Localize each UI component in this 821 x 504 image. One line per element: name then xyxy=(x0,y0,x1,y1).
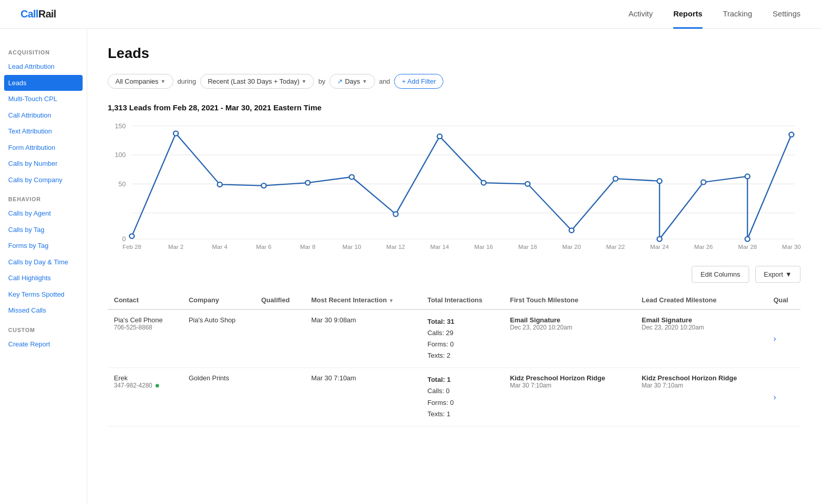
date-range-chevron: ▼ xyxy=(301,79,306,84)
contact-cell: Pia's Cell Phone 706-525-8868 xyxy=(108,309,183,368)
edit-columns-button[interactable]: Edit Columns xyxy=(692,266,749,283)
svg-point-11 xyxy=(218,182,222,187)
forms-label: Forms: 0 xyxy=(427,399,454,406)
export-button[interactable]: Export ▼ xyxy=(755,266,800,283)
sidebar-item-multi-touch-cpl[interactable]: Multi-Touch CPL xyxy=(0,91,87,107)
group-by-icon: ↗ xyxy=(337,77,343,85)
during-text: during xyxy=(178,77,196,85)
svg-text:Mar 8: Mar 8 xyxy=(300,244,316,250)
col-qualified: Qualified xyxy=(255,291,305,309)
lead-created-cell: Email Signature Dec 23, 2020 10:20am xyxy=(635,309,767,368)
chart-title: 1,313 Leads from Feb 28, 2021 - Mar 30, … xyxy=(108,103,800,112)
svg-point-17 xyxy=(481,181,486,185)
company-cell: Golden Prints xyxy=(183,368,255,426)
logo-rail: Rail xyxy=(38,8,56,20)
date-range-filter[interactable]: Recent (Last 30 Days + Today) ▼ xyxy=(200,74,315,89)
most-recent-cell: Mar 30 7:10am xyxy=(305,368,421,426)
table-actions: Edit Columns Export ▼ xyxy=(108,266,800,283)
sidebar-item-leads[interactable]: Leads xyxy=(4,75,83,91)
sidebar-section-behavior: BEHAVIOR xyxy=(0,188,87,205)
sidebar-section-custom: CUSTOM xyxy=(0,319,87,336)
row-expand-arrow[interactable]: › xyxy=(773,393,776,401)
first-touch-date: Mar 30 7:10am xyxy=(510,382,630,389)
contact-name: Pia's Cell Phone xyxy=(114,316,177,324)
logo: CallRail xyxy=(21,8,56,20)
qualified-cell xyxy=(255,309,305,368)
svg-text:Mar 12: Mar 12 xyxy=(386,244,405,250)
svg-text:Mar 6: Mar 6 xyxy=(256,244,271,250)
row-arrow-cell[interactable]: › xyxy=(767,368,800,426)
nav-settings[interactable]: Settings xyxy=(773,0,800,29)
sidebar-item-calls-by-day-time[interactable]: Calls by Day & Time xyxy=(0,254,87,270)
sidebar-item-calls-by-number[interactable]: Calls by Number xyxy=(0,156,87,172)
svg-text:Mar 20: Mar 20 xyxy=(562,244,581,250)
total-interactions-cell: Total: 31 Calls: 29 Forms: 0 Texts: 2 xyxy=(421,309,504,368)
svg-point-20 xyxy=(613,177,618,181)
svg-text:Mar 24: Mar 24 xyxy=(650,244,669,250)
svg-text:Mar 26: Mar 26 xyxy=(694,244,713,250)
svg-point-19 xyxy=(569,228,574,232)
most-recent-cell: Mar 30 9:08am xyxy=(305,309,421,368)
table-header-row: Contact Company Qualified Most Recent In… xyxy=(108,291,800,309)
sidebar-item-calls-by-company[interactable]: Calls by Company xyxy=(0,172,87,188)
col-contact: Contact xyxy=(108,291,183,309)
sidebar-item-form-attribution[interactable]: Form Attribution xyxy=(0,140,87,156)
svg-text:Mar 22: Mar 22 xyxy=(606,244,625,250)
interaction-detail: Total: 1 Calls: 0 Forms: 0 Texts: 1 xyxy=(427,374,498,419)
table-row: Erek 347-982-4280 Golden Prints Mar 30 7… xyxy=(108,368,800,426)
col-first-touch: First Touch Milestone xyxy=(504,291,636,309)
svg-point-16 xyxy=(437,134,442,139)
sidebar: ACQUISITION Lead Attribution Leads Multi… xyxy=(0,29,87,504)
export-label: Export xyxy=(764,270,784,278)
sidebar-item-calls-by-tag[interactable]: Calls by Tag xyxy=(0,222,87,238)
add-filter-button[interactable]: + Add Filter xyxy=(394,74,443,89)
sort-icon: ▼ xyxy=(388,298,394,303)
group-by-label: Days xyxy=(345,77,360,85)
nav-tracking[interactable]: Tracking xyxy=(723,0,752,29)
nav-activity[interactable]: Activity xyxy=(629,0,653,29)
svg-text:Mar 28: Mar 28 xyxy=(738,244,757,250)
svg-text:Mar 14: Mar 14 xyxy=(431,244,449,250)
total-label: Total: 1 xyxy=(427,376,451,383)
calls-label: Calls: 0 xyxy=(427,387,449,395)
sidebar-item-calls-by-agent[interactable]: Calls by Agent xyxy=(0,205,87,222)
lead-created-name: Email Signature xyxy=(641,316,761,324)
svg-point-22 xyxy=(657,237,662,241)
svg-point-18 xyxy=(525,182,530,186)
chart-container: 150 100 50 0 xyxy=(108,120,800,254)
svg-point-9 xyxy=(129,234,134,239)
sidebar-item-forms-by-tag[interactable]: Forms by Tag xyxy=(0,238,87,254)
sidebar-item-call-attribution[interactable]: Call Attribution xyxy=(0,107,87,124)
contact-phone: 347-982-4280 xyxy=(114,382,177,389)
first-touch-name: Email Signature xyxy=(510,316,630,324)
row-expand-arrow[interactable]: › xyxy=(773,334,776,343)
sidebar-item-text-attribution[interactable]: Text Attribution xyxy=(0,123,87,140)
svg-text:Mar 18: Mar 18 xyxy=(518,244,537,250)
sidebar-item-create-report[interactable]: Create Report xyxy=(0,336,87,353)
lead-created-name: Kidz Preschool Horizon Ridge xyxy=(641,374,761,382)
sidebar-item-lead-attribution[interactable]: Lead Attribution xyxy=(0,59,87,75)
company-filter[interactable]: All Companies ▼ xyxy=(108,74,173,89)
lead-created-cell: Kidz Preschool Horizon Ridge Mar 30 7:10… xyxy=(635,368,767,426)
row-arrow-cell[interactable]: › xyxy=(767,309,800,368)
svg-point-13 xyxy=(305,181,310,185)
online-indicator xyxy=(155,384,159,387)
sidebar-item-key-terms[interactable]: Key Terms Spotted xyxy=(0,286,87,303)
logo-call: Call xyxy=(21,8,38,20)
group-by-filter[interactable]: ↗ Days ▼ xyxy=(329,74,375,89)
svg-text:50: 50 xyxy=(119,181,126,188)
svg-text:Feb 28: Feb 28 xyxy=(123,244,142,250)
nav-reports[interactable]: Reports xyxy=(673,0,702,29)
svg-text:Mar 4: Mar 4 xyxy=(212,244,228,250)
svg-point-26 xyxy=(789,132,794,137)
sidebar-item-missed-calls[interactable]: Missed Calls xyxy=(0,302,87,319)
company-filter-chevron: ▼ xyxy=(161,79,166,84)
sidebar-item-call-highlights[interactable]: Call Highlights xyxy=(0,270,87,286)
svg-text:Mar 10: Mar 10 xyxy=(342,244,361,250)
export-chevron-icon: ▼ xyxy=(785,270,792,278)
col-qual: Qual xyxy=(767,291,800,309)
sidebar-section-acquisition: ACQUISITION xyxy=(0,41,87,59)
svg-point-21 xyxy=(657,179,662,183)
col-most-recent: Most Recent Interaction ▼ xyxy=(305,291,421,309)
col-company: Company xyxy=(183,291,255,309)
